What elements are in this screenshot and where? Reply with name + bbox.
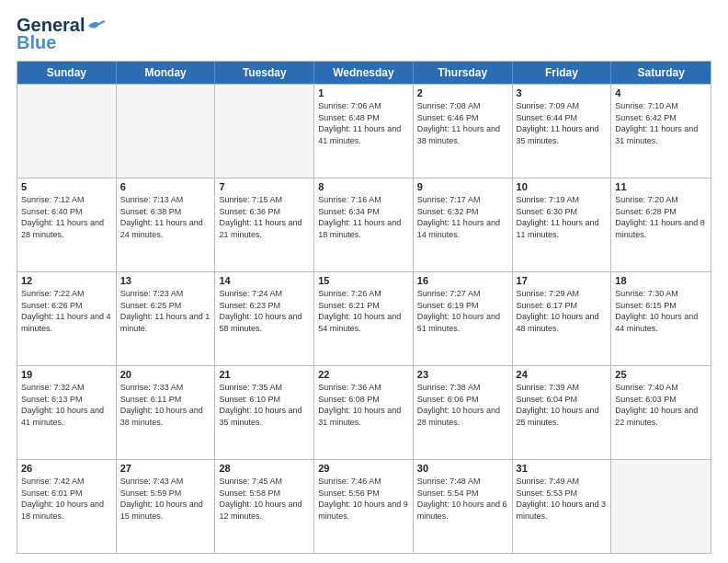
day-number: 21 [219,369,310,380]
header-tuesday: Tuesday [215,62,314,84]
day-number: 1 [318,87,409,98]
calendar-row-1: 5Sunrise: 7:12 AMSunset: 6:40 PMDaylight… [17,178,711,271]
cell-info: Sunrise: 7:48 AMSunset: 5:54 PMDaylight:… [417,476,508,522]
header-friday: Friday [513,62,612,84]
cell-info: Sunrise: 7:30 AMSunset: 6:15 PMDaylight:… [615,288,707,334]
day-number: 18 [615,275,707,286]
calendar-cell-10: 10Sunrise: 7:19 AMSunset: 6:30 PMDayligh… [513,178,612,271]
day-number: 17 [517,275,608,286]
calendar-cell-31: 31Sunrise: 7:49 AMSunset: 5:53 PMDayligh… [513,460,612,553]
calendar-cell-27: 27Sunrise: 7:43 AMSunset: 5:59 PMDayligh… [117,460,216,553]
calendar-cell-empty [17,85,117,178]
page-header: General Blue [17,15,711,53]
calendar-cell-25: 25Sunrise: 7:40 AMSunset: 6:03 PMDayligh… [611,366,711,459]
cell-info: Sunrise: 7:06 AMSunset: 6:48 PMDaylight:… [318,100,409,146]
cell-info: Sunrise: 7:19 AMSunset: 6:30 PMDaylight:… [517,194,608,240]
day-number: 20 [120,369,211,380]
cell-info: Sunrise: 7:40 AMSunset: 6:03 PMDaylight:… [615,382,707,428]
calendar-cell-6: 6Sunrise: 7:13 AMSunset: 6:38 PMDaylight… [117,178,216,271]
day-number: 26 [21,463,112,474]
calendar-row-3: 19Sunrise: 7:32 AMSunset: 6:13 PMDayligh… [17,365,711,459]
header-saturday: Saturday [611,62,711,84]
calendar-row-2: 12Sunrise: 7:22 AMSunset: 6:26 PMDayligh… [17,271,711,365]
calendar-page: General Blue SundayMondayTuesdayWednesda… [0,0,728,563]
calendar-cell-14: 14Sunrise: 7:24 AMSunset: 6:23 PMDayligh… [215,272,314,365]
calendar-cell-13: 13Sunrise: 7:23 AMSunset: 6:25 PMDayligh… [117,272,216,365]
logo-blue: Blue [17,32,56,53]
day-number: 2 [417,87,508,98]
calendar-cell-24: 24Sunrise: 7:39 AMSunset: 6:04 PMDayligh… [513,366,612,459]
calendar-cell-18: 18Sunrise: 7:30 AMSunset: 6:15 PMDayligh… [611,272,711,365]
cell-info: Sunrise: 7:39 AMSunset: 6:04 PMDaylight:… [517,382,608,428]
calendar-row-0: 1Sunrise: 7:06 AMSunset: 6:48 PMDaylight… [17,84,711,178]
day-number: 31 [517,463,608,474]
day-number: 28 [219,463,310,474]
cell-info: Sunrise: 7:32 AMSunset: 6:13 PMDaylight:… [21,382,112,428]
cell-info: Sunrise: 7:13 AMSunset: 6:38 PMDaylight:… [120,194,211,240]
calendar-cell-23: 23Sunrise: 7:38 AMSunset: 6:06 PMDayligh… [414,366,513,459]
day-number: 27 [120,463,211,474]
day-number: 16 [417,275,508,286]
calendar-header: SundayMondayTuesdayWednesdayThursdayFrid… [17,62,711,84]
cell-info: Sunrise: 7:09 AMSunset: 6:44 PMDaylight:… [517,100,608,146]
cell-info: Sunrise: 7:29 AMSunset: 6:17 PMDaylight:… [517,288,608,334]
day-number: 14 [219,275,310,286]
calendar: SundayMondayTuesdayWednesdayThursdayFrid… [17,61,711,554]
calendar-cell-21: 21Sunrise: 7:35 AMSunset: 6:10 PMDayligh… [215,366,314,459]
day-number: 15 [318,275,409,286]
header-sunday: Sunday [17,62,117,84]
calendar-cell-3: 3Sunrise: 7:09 AMSunset: 6:44 PMDaylight… [513,85,612,178]
cell-info: Sunrise: 7:23 AMSunset: 6:25 PMDaylight:… [120,288,211,334]
calendar-cell-17: 17Sunrise: 7:29 AMSunset: 6:17 PMDayligh… [513,272,612,365]
cell-info: Sunrise: 7:15 AMSunset: 6:36 PMDaylight:… [219,194,310,240]
cell-info: Sunrise: 7:10 AMSunset: 6:42 PMDaylight:… [615,100,707,146]
calendar-row-4: 26Sunrise: 7:42 AMSunset: 6:01 PMDayligh… [17,459,711,553]
cell-info: Sunrise: 7:42 AMSunset: 6:01 PMDaylight:… [21,476,112,522]
header-thursday: Thursday [414,62,513,84]
calendar-cell-4: 4Sunrise: 7:10 AMSunset: 6:42 PMDaylight… [611,85,711,178]
day-number: 23 [417,369,508,380]
cell-info: Sunrise: 7:26 AMSunset: 6:21 PMDaylight:… [318,288,409,334]
cell-info: Sunrise: 7:36 AMSunset: 6:08 PMDaylight:… [318,382,409,428]
calendar-cell-30: 30Sunrise: 7:48 AMSunset: 5:54 PMDayligh… [414,460,513,553]
day-number: 12 [21,275,112,286]
day-number: 10 [517,181,608,192]
day-number: 8 [318,181,409,192]
header-monday: Monday [117,62,216,84]
day-number: 29 [318,463,409,474]
cell-info: Sunrise: 7:49 AMSunset: 5:53 PMDaylight:… [517,476,608,522]
header-wednesday: Wednesday [314,62,414,84]
day-number: 25 [615,369,707,380]
day-number: 6 [120,181,211,192]
day-number: 22 [318,369,409,380]
calendar-body: 1Sunrise: 7:06 AMSunset: 6:48 PMDaylight… [17,84,711,553]
calendar-cell-empty [215,85,314,178]
cell-info: Sunrise: 7:22 AMSunset: 6:26 PMDaylight:… [21,288,112,334]
calendar-cell-20: 20Sunrise: 7:33 AMSunset: 6:11 PMDayligh… [117,366,216,459]
calendar-cell-empty [611,460,711,553]
logo: General Blue [17,15,107,53]
calendar-cell-2: 2Sunrise: 7:08 AMSunset: 6:46 PMDaylight… [414,85,513,178]
cell-info: Sunrise: 7:24 AMSunset: 6:23 PMDaylight:… [219,288,310,334]
day-number: 30 [417,463,508,474]
cell-info: Sunrise: 7:38 AMSunset: 6:06 PMDaylight:… [417,382,508,428]
logo-bird-icon [86,18,107,33]
calendar-cell-15: 15Sunrise: 7:26 AMSunset: 6:21 PMDayligh… [314,272,414,365]
cell-info: Sunrise: 7:12 AMSunset: 6:40 PMDaylight:… [21,194,112,240]
calendar-cell-9: 9Sunrise: 7:17 AMSunset: 6:32 PMDaylight… [414,178,513,271]
day-number: 9 [417,181,508,192]
calendar-cell-26: 26Sunrise: 7:42 AMSunset: 6:01 PMDayligh… [17,460,117,553]
day-number: 13 [120,275,211,286]
day-number: 11 [615,181,707,192]
cell-info: Sunrise: 7:33 AMSunset: 6:11 PMDaylight:… [120,382,211,428]
cell-info: Sunrise: 7:43 AMSunset: 5:59 PMDaylight:… [120,476,211,522]
day-number: 3 [517,87,608,98]
calendar-cell-28: 28Sunrise: 7:45 AMSunset: 5:58 PMDayligh… [215,460,314,553]
calendar-cell-8: 8Sunrise: 7:16 AMSunset: 6:34 PMDaylight… [314,178,414,271]
cell-info: Sunrise: 7:46 AMSunset: 5:56 PMDaylight:… [318,476,409,522]
calendar-cell-7: 7Sunrise: 7:15 AMSunset: 6:36 PMDaylight… [215,178,314,271]
calendar-cell-19: 19Sunrise: 7:32 AMSunset: 6:13 PMDayligh… [17,366,117,459]
calendar-cell-22: 22Sunrise: 7:36 AMSunset: 6:08 PMDayligh… [314,366,414,459]
day-number: 5 [21,181,112,192]
calendar-cell-empty [117,85,216,178]
